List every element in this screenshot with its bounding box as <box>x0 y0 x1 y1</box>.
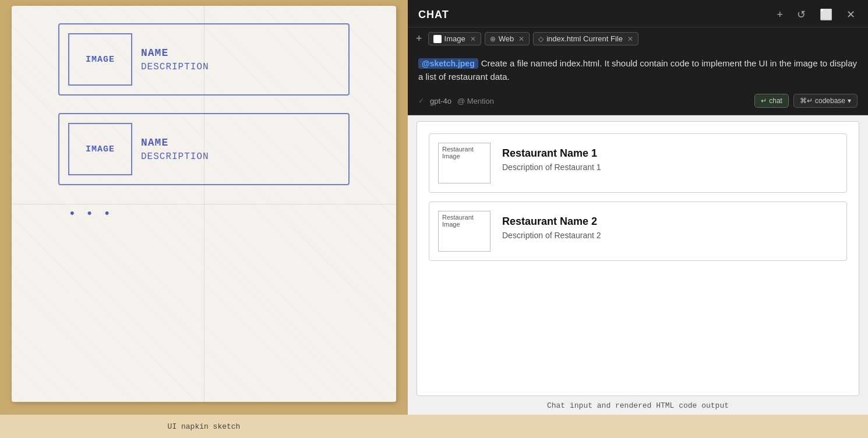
chat-header: CHAT + ↺ ⬜ ✕ <box>408 0 868 27</box>
restaurant-desc-2: Description of Restaurant 2 <box>502 231 601 240</box>
cmd-icon: ⌘↵ <box>800 97 813 105</box>
main-layout: IMAGE NAME DESCRIPTION IMAGE NAME DESCRI… <box>0 0 868 415</box>
sketch-card-1: IMAGE NAME DESCRIPTION <box>58 23 350 96</box>
model-name[interactable]: gpt-4o <box>430 97 451 105</box>
sketch-name-2: NAME <box>141 137 209 149</box>
sketch-name-1: NAME <box>141 47 209 59</box>
chat-mode-label: chat <box>769 97 782 105</box>
return-icon: ↵ <box>761 97 767 105</box>
expand-icon-btn[interactable]: ⬜ <box>817 7 835 22</box>
close-icon-btn[interactable]: ✕ <box>844 7 858 22</box>
captions-row: UI napkin sketch <box>0 415 868 438</box>
mention-button[interactable]: @ Mention <box>457 97 494 105</box>
chat-model-info: ✓ gpt-4o @ Mention <box>418 97 494 105</box>
message-body: Create a file named index.html. It shoul… <box>418 58 857 82</box>
codebase-mode-button[interactable]: ⌘↵ codebase ▾ <box>793 94 858 108</box>
restaurant-image-1: Restaurant Image <box>438 143 491 183</box>
checkmark-icon: ✓ <box>418 97 424 105</box>
chat-mode-button[interactable]: ↵ chat <box>754 94 789 108</box>
image-icon <box>433 35 442 43</box>
sketch-desc-2: DESCRIPTION <box>141 151 209 162</box>
tag-add-button[interactable]: + <box>416 33 422 45</box>
sketch-image-box-1: IMAGE <box>68 33 132 86</box>
sketch-card-2: IMAGE NAME DESCRIPTION <box>58 113 350 185</box>
restaurant-image-alt-1: Restaurant Image <box>442 146 486 160</box>
rendered-output: Restaurant Image Restaurant Name 1 Descr… <box>417 121 859 396</box>
restaurant-info-1: Restaurant Name 1 Description of Restaur… <box>502 143 601 172</box>
chat-action-buttons: ↵ chat ⌘↵ codebase ▾ <box>754 94 858 108</box>
chat-window: CHAT + ↺ ⬜ ✕ + Image ✕ ⊕ <box>408 0 868 115</box>
restaurant-name-2: Restaurant Name 2 <box>502 216 601 228</box>
right-caption: Chat input and rendered HTML code output <box>408 399 868 415</box>
restaurant-info-2: Restaurant Name 2 Description of Restaur… <box>502 211 601 240</box>
restaurant-desc-1: Description of Restaurant 1 <box>502 163 601 172</box>
restaurant-card-1: Restaurant Image Restaurant Name 1 Descr… <box>429 133 847 193</box>
restaurant-image-2: Restaurant Image <box>438 211 491 252</box>
left-panel: IMAGE NAME DESCRIPTION IMAGE NAME DESCRI… <box>0 0 408 415</box>
tag-file[interactable]: ◇ index.html Current File ✕ <box>533 32 638 45</box>
chat-tags-row: + Image ✕ ⊕ Web ✕ ◇ index.html Current F… <box>408 27 868 50</box>
file-icon: ◇ <box>538 35 544 43</box>
tag-web[interactable]: ⊕ Web ✕ <box>485 32 530 45</box>
add-icon-btn[interactable]: + <box>774 8 785 22</box>
sketch-desc-1: DESCRIPTION <box>141 62 209 72</box>
left-caption: UI napkin sketch <box>168 422 241 431</box>
restaurant-card-2: Restaurant Image Restaurant Name 2 Descr… <box>429 202 847 261</box>
sketch-image-label-1: IMAGE <box>86 55 115 65</box>
chat-message-text: @sketch.jpegCreate a file named index.ht… <box>418 57 858 83</box>
caption-left-area: UI napkin sketch <box>0 415 408 438</box>
sketch-image-label-2: IMAGE <box>86 144 115 154</box>
restaurant-name-1: Restaurant Name 1 <box>502 147 601 160</box>
sketch-dots: • • • <box>70 206 114 221</box>
codebase-mode-label: codebase <box>815 97 845 105</box>
tag-image-label: Image <box>444 34 465 43</box>
chat-bottom-row: ✓ gpt-4o @ Mention ↵ chat ⌘↵ codebase ▾ <box>408 89 868 115</box>
chat-message-area: @sketch.jpegCreate a file named index.ht… <box>408 50 868 89</box>
tag-file-close[interactable]: ✕ <box>627 35 633 43</box>
web-icon: ⊕ <box>490 35 496 43</box>
restaurant-image-alt-2: Restaurant Image <box>442 214 486 228</box>
sketch-text-area-1: NAME DESCRIPTION <box>141 47 209 72</box>
tag-file-label: index.html Current File <box>546 34 623 43</box>
mention-tag[interactable]: @sketch.jpeg <box>418 58 478 69</box>
chevron-down-icon: ▾ <box>848 97 851 105</box>
tag-web-label: Web <box>499 34 514 43</box>
right-panel: CHAT + ↺ ⬜ ✕ + Image ✕ ⊕ <box>408 0 868 415</box>
tag-image-close[interactable]: ✕ <box>470 35 476 43</box>
chat-header-icons: + ↺ ⬜ ✕ <box>774 7 858 22</box>
sketch-image-box-2: IMAGE <box>68 123 132 175</box>
history-icon-btn[interactable]: ↺ <box>795 7 808 22</box>
caption-right-area <box>408 415 868 438</box>
sketch-text-area-2: NAME DESCRIPTION <box>141 137 209 162</box>
tag-image[interactable]: Image ✕ <box>428 32 481 45</box>
tag-web-close[interactable]: ✕ <box>518 35 524 43</box>
chat-title: CHAT <box>418 9 449 21</box>
napkin-sketch: IMAGE NAME DESCRIPTION IMAGE NAME DESCRI… <box>12 6 396 402</box>
